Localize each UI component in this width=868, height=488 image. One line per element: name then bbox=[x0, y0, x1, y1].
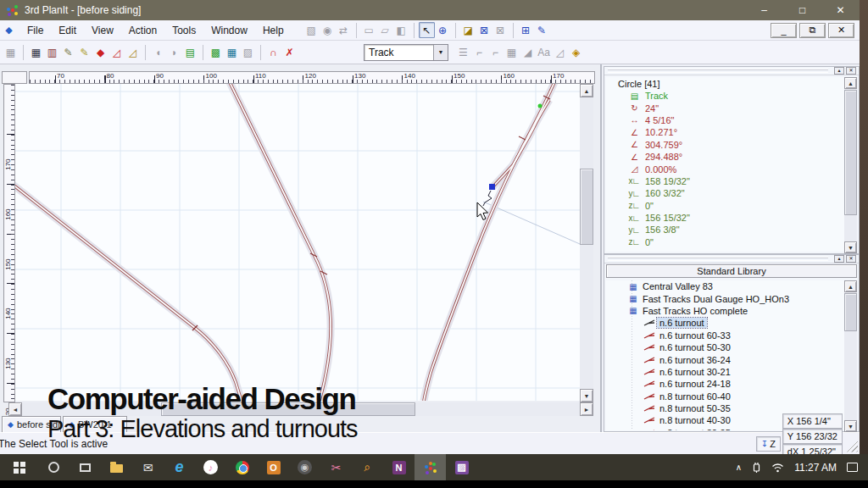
menu-item[interactable]: Window bbox=[203, 22, 255, 39]
curve-tool-icon[interactable]: ∩ bbox=[265, 44, 281, 60]
taskbar-clock[interactable]: 11:27 AM bbox=[794, 462, 837, 474]
flag-icon[interactable]: ◆ bbox=[92, 44, 108, 60]
scroll-left-button[interactable]: ◄ bbox=[8, 402, 22, 416]
snip-icon[interactable]: ✂ bbox=[320, 454, 352, 480]
usb-icon[interactable] bbox=[752, 462, 761, 473]
scroll-right-button[interactable]: ► bbox=[580, 402, 593, 416]
mail-icon[interactable]: ✉ bbox=[132, 454, 164, 480]
ramp-icon[interactable]: ◢ bbox=[520, 44, 536, 60]
panel-grip[interactable]: ▴ ✕ bbox=[604, 255, 859, 263]
cortana-icon[interactable] bbox=[38, 454, 70, 480]
close-button[interactable]: ✕ bbox=[821, 0, 860, 20]
grade-view-icon[interactable]: ◿ bbox=[552, 44, 568, 60]
scroll-thumb[interactable] bbox=[844, 90, 857, 215]
property-value[interactable]: 294.488° bbox=[643, 152, 682, 162]
property-value[interactable]: 0" bbox=[643, 201, 654, 211]
scroll-down-button[interactable]: ▼ bbox=[580, 389, 593, 402]
library-turnout-row[interactable]: n.6 turnout bbox=[606, 317, 844, 329]
library-scrollbar[interactable]: ▲ ▼ bbox=[844, 280, 857, 430]
sketch-color-icon[interactable]: ✎ bbox=[76, 44, 92, 60]
property-value[interactable]: 158 19/32" bbox=[643, 176, 690, 186]
chrome-icon[interactable] bbox=[226, 454, 258, 480]
layers-icon[interactable]: ▤ bbox=[182, 44, 198, 60]
library-turnout-row[interactable]: n.6 turnout 36-24 bbox=[606, 353, 844, 365]
mdi-close-button[interactable]: ✕ bbox=[828, 23, 854, 38]
property-value[interactable]: 4 5/16" bbox=[643, 115, 675, 125]
vscroll-thumb[interactable] bbox=[580, 169, 593, 245]
resize-grip[interactable] bbox=[846, 441, 858, 452]
wifi-icon[interactable] bbox=[771, 463, 784, 473]
panel-pin-button[interactable]: ▴ bbox=[834, 67, 844, 75]
selection-handle[interactable] bbox=[489, 184, 495, 190]
property-row[interactable]: z∟ 0" bbox=[606, 200, 844, 212]
grid-toggle-icon[interactable]: ▦ bbox=[3, 44, 19, 60]
image-icon[interactable]: ▨ bbox=[240, 44, 256, 60]
scroll-down-button[interactable]: ▼ bbox=[844, 241, 857, 253]
scroll-up-button[interactable]: ▲ bbox=[580, 84, 593, 97]
property-value[interactable]: 10.271° bbox=[643, 127, 677, 137]
pan-icon[interactable]: ▧ bbox=[303, 22, 320, 38]
grid-snap-icon[interactable]: ▦ bbox=[504, 44, 520, 60]
palette-icon[interactable]: ◈ bbox=[568, 44, 584, 60]
library-turnout-row[interactable]: n.6 turnout 60-33 bbox=[606, 330, 844, 341]
property-row[interactable]: ∠ 304.759° bbox=[606, 139, 844, 151]
cut-tool-icon[interactable]: ✗ bbox=[281, 44, 298, 60]
table-view-icon[interactable]: ▦ bbox=[28, 44, 44, 60]
menu-item[interactable]: File bbox=[19, 22, 51, 39]
properties-scrollbar[interactable]: ▲ ▼ bbox=[844, 77, 857, 252]
settings-wheel-icon[interactable]: ◉ bbox=[289, 454, 320, 480]
grade-tool-icon[interactable]: ◿ bbox=[108, 44, 125, 60]
library-header[interactable]: Standard Library bbox=[606, 264, 857, 278]
office-icon[interactable]: O bbox=[258, 454, 289, 480]
library-catalog-row[interactable]: ▦ Fast Tracks Dual Gauge HO_HOn3 bbox=[606, 292, 844, 304]
select-tool-icon[interactable]: ↖ bbox=[419, 22, 435, 38]
file-explorer-icon[interactable] bbox=[101, 454, 132, 480]
contour-icon[interactable]: ◗ bbox=[166, 44, 182, 60]
connect-a-icon[interactable]: ⌐ bbox=[471, 44, 487, 60]
survey-icon[interactable]: ⊕ bbox=[435, 22, 451, 38]
text-tool-icon[interactable]: Aa bbox=[536, 44, 552, 60]
scroll-down-button[interactable]: ▼ bbox=[844, 420, 857, 432]
property-row[interactable]: y∟ 160 3/32" bbox=[606, 187, 844, 199]
property-row[interactable]: y∟ 156 3/8" bbox=[606, 224, 844, 236]
property-row[interactable]: x∟ 158 19/32" bbox=[606, 175, 844, 187]
maximize-button[interactable]: □ bbox=[783, 0, 821, 20]
train-icon[interactable]: ▭ bbox=[361, 22, 377, 38]
scroll-up-button[interactable]: ▲ bbox=[844, 77, 857, 89]
search-doc-icon[interactable]: ⌕ bbox=[352, 454, 383, 480]
railcar-icon[interactable]: ◧ bbox=[393, 22, 409, 38]
property-row[interactable]: ∠ 10.271° bbox=[606, 126, 844, 138]
menu-item[interactable]: View bbox=[84, 22, 121, 39]
minimize-button[interactable]: – bbox=[745, 0, 783, 20]
property-row[interactable]: ◿ 0.000% bbox=[606, 163, 844, 175]
library-turnout-row[interactable]: n.6 turnout 30-21 bbox=[606, 366, 844, 378]
edit-notes-icon[interactable]: ✎ bbox=[534, 22, 550, 38]
edge-icon[interactable]: e bbox=[164, 454, 195, 480]
refresh-icon[interactable]: ⇄ bbox=[336, 22, 352, 38]
property-value[interactable]: 304.759° bbox=[643, 140, 682, 150]
menu-item[interactable]: Help bbox=[255, 22, 292, 39]
menu-item[interactable]: Tools bbox=[164, 22, 203, 39]
mdi-restore-button[interactable]: ⧉ bbox=[799, 23, 826, 38]
property-row[interactable]: ∠ 294.488° bbox=[606, 151, 844, 163]
canvas-vscrollbar[interactable]: ▲ ▼ bbox=[580, 84, 593, 402]
task-view-icon[interactable] bbox=[70, 454, 101, 480]
connect-b-icon[interactable]: ⌐ bbox=[487, 44, 504, 60]
track-type-select[interactable]: Track ▼ bbox=[364, 44, 448, 61]
track-list-icon[interactable]: ▥ bbox=[44, 44, 60, 60]
scroll-up-button[interactable]: ▲ bbox=[844, 280, 857, 292]
track-rails[interactable] bbox=[15, 84, 555, 401]
property-row[interactable]: ↔ 4 5/16" bbox=[606, 114, 844, 126]
easement-icon[interactable]: ◿ bbox=[125, 44, 141, 60]
property-value[interactable]: 0.000% bbox=[643, 164, 676, 175]
window-layout-icon[interactable]: ⊞ bbox=[518, 22, 534, 38]
track-canvas[interactable] bbox=[15, 84, 580, 401]
property-row[interactable]: ↻ 24" bbox=[606, 102, 844, 114]
panel-close-button[interactable]: ✕ bbox=[846, 67, 856, 75]
itunes-icon[interactable]: ♪ bbox=[195, 454, 226, 480]
endpoint-marker-green[interactable] bbox=[538, 104, 542, 108]
panel-grip[interactable]: ▴ ✕ bbox=[604, 67, 859, 75]
join-icon[interactable]: ◪ bbox=[460, 22, 476, 38]
property-value[interactable]: 160 3/32" bbox=[643, 188, 685, 198]
chevron-down-icon[interactable]: ▼ bbox=[433, 45, 448, 60]
